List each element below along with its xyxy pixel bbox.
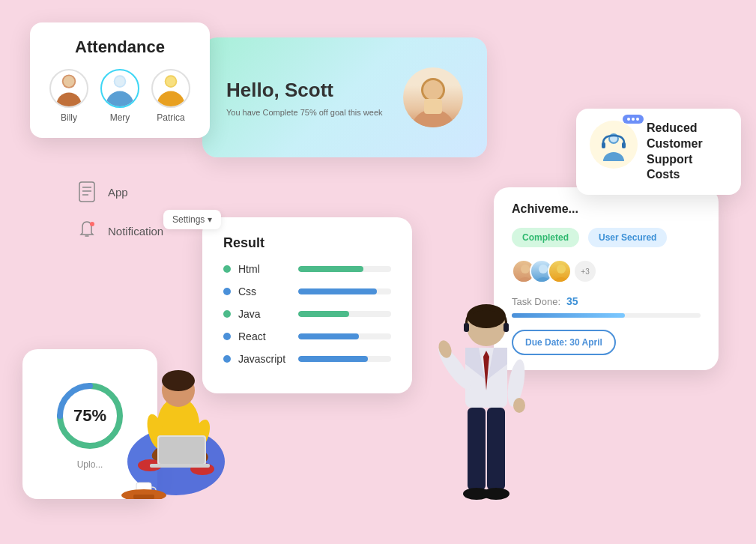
settings-label: Settings (172, 214, 205, 225)
attendance-card: Attendance Billy Mery (30, 22, 210, 138)
result-name-css: Css (238, 285, 291, 297)
headset-icon (597, 128, 630, 161)
result-name-react: React (238, 330, 291, 342)
hello-avatar (403, 67, 463, 127)
task-done-count: 35 (566, 295, 578, 307)
business-person (426, 282, 546, 522)
avatar-billy-image (49, 69, 88, 108)
svg-point-2 (64, 76, 75, 87)
app-label: App (108, 186, 128, 199)
sidebar-app[interactable]: App (75, 180, 163, 204)
notification-label: Notification (108, 225, 163, 238)
avatar-billy: Billy (49, 69, 88, 123)
avatar-mery-image (100, 69, 139, 108)
result-name-java: Java (238, 308, 291, 320)
svg-rect-52 (504, 323, 509, 332)
result-bar-bg-java (298, 311, 391, 317)
svg-point-64 (513, 398, 525, 413)
hello-greeting: Hello, Scott (226, 79, 383, 102)
svg-point-5 (115, 76, 125, 86)
result-html: Html (223, 263, 391, 275)
svg-point-26 (557, 265, 566, 273)
svg-rect-44 (159, 437, 205, 464)
avatar-mery: Mery (100, 69, 139, 123)
notification-icon (75, 219, 99, 243)
task-avatars: +3 (512, 259, 701, 283)
svg-point-3 (106, 91, 134, 106)
svg-point-1 (56, 92, 81, 106)
result-name-html: Html (238, 263, 291, 275)
person-figure (120, 319, 225, 484)
avatar-billy-name: Billy (61, 112, 77, 123)
badge-completed: Completed (512, 228, 579, 247)
attendance-avatars: Billy Mery Patrica (48, 69, 192, 123)
hello-card: Hello, Scott You have Complete 75% off g… (202, 37, 487, 157)
support-text: Reduced Customer Support Costs (647, 121, 728, 183)
svg-point-18 (90, 222, 94, 226)
svg-point-27 (552, 277, 570, 283)
hello-subtitle: You have Complete 75% off goal this week (226, 108, 383, 117)
sidebar-notification[interactable]: Notification (75, 219, 163, 243)
result-bar-react (298, 333, 359, 339)
task-avatar-count: +3 (573, 259, 597, 283)
result-dot-html (223, 265, 231, 273)
svg-rect-51 (464, 323, 469, 332)
hello-text: Hello, Scott You have Complete 75% off g… (226, 79, 383, 117)
svg-point-22 (521, 265, 530, 273)
attendance-title: Attendance (48, 37, 192, 57)
svg-rect-31 (602, 142, 605, 148)
result-java: Java (223, 308, 391, 320)
svg-point-60 (483, 488, 509, 500)
result-bar-css (298, 288, 377, 294)
business-person-svg (426, 282, 546, 522)
progress-ring: 75% (52, 378, 127, 453)
avatar-patrica: Patrica (151, 69, 190, 123)
progress-label: Uplo... (77, 459, 103, 470)
task-badges: Completed User Secured (512, 228, 701, 247)
task-avatar-3 (548, 259, 572, 283)
result-bar-bg-css (298, 288, 391, 294)
result-dot-java (223, 310, 231, 318)
result-bar-html (298, 266, 363, 272)
svg-rect-57 (468, 408, 486, 490)
chat-dot-1 (627, 118, 630, 121)
support-icon-wrapper (590, 121, 638, 169)
result-name-javascript: Javascript (238, 353, 291, 365)
app-icon (75, 180, 99, 204)
svg-point-24 (539, 265, 548, 273)
result-bar-java (298, 311, 349, 317)
svg-rect-13 (79, 182, 94, 202)
result-javascript: Javascript (223, 353, 391, 365)
svg-point-10 (423, 80, 443, 100)
progress-percent: 75% (73, 406, 106, 426)
svg-point-40 (162, 370, 195, 391)
result-bar-bg-javascript (298, 356, 391, 362)
svg-rect-48 (133, 495, 154, 499)
task-card-title: Achiveme... (512, 202, 701, 216)
avatar-patrica-image (151, 69, 190, 108)
chat-dot-3 (636, 118, 639, 121)
chat-bubble (623, 115, 644, 124)
support-card: Reduced Customer Support Costs (576, 109, 741, 195)
result-dot-css (223, 288, 231, 295)
person-sitting-svg (120, 319, 240, 499)
settings-dropdown[interactable]: Settings ▾ (163, 210, 221, 229)
avatar-patrica-name: Patrica (157, 112, 184, 123)
svg-point-8 (166, 76, 176, 86)
result-bar-bg-react (298, 333, 391, 339)
chat-dot-2 (632, 118, 635, 121)
sidebar-items: App Notification (75, 180, 163, 258)
result-bar-javascript (298, 356, 368, 362)
svg-point-30 (603, 152, 624, 161)
badge-user-secured: User Secured (588, 228, 667, 247)
svg-rect-12 (424, 99, 442, 114)
svg-point-6 (157, 91, 185, 106)
result-title: Result (223, 235, 391, 251)
chevron-down-icon: ▾ (208, 214, 212, 225)
result-bar-bg-html (298, 266, 391, 272)
svg-rect-58 (487, 408, 505, 490)
svg-rect-32 (622, 142, 626, 148)
avatar-mery-name: Mery (110, 112, 130, 123)
result-css: Css (223, 285, 391, 297)
svg-rect-45 (150, 464, 210, 468)
